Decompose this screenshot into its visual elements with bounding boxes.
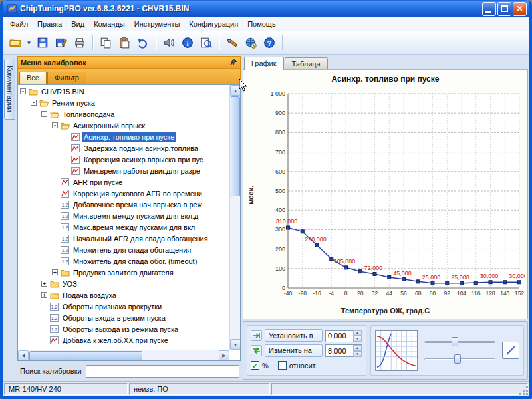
slider-lower[interactable] xyxy=(424,354,495,364)
tree-item[interactable]: Добавка к жел.об.XX при пуске xyxy=(18,334,229,346)
scroll-up-button[interactable]: ▲ xyxy=(230,85,241,96)
percent-checkbox[interactable]: ✓ xyxy=(251,361,259,370)
menu-item-help[interactable]: Помощь xyxy=(243,18,281,30)
collapse-expander[interactable]: - xyxy=(41,111,47,117)
pin-icon[interactable] xyxy=(229,57,237,68)
menu-item-tools[interactable]: Инструменты xyxy=(130,18,185,30)
collapse-expander[interactable]: - xyxy=(52,122,58,128)
tree-item[interactable]: -CHVR15.BIN xyxy=(18,86,229,97)
menu-item-commands[interactable]: Команды xyxy=(89,18,130,30)
tree-item[interactable]: +Продувка залитого двигателя xyxy=(18,267,229,278)
tab-all[interactable]: Все xyxy=(19,72,47,84)
minimize-button[interactable] xyxy=(482,2,496,16)
scroll-left-button[interactable]: ◀ xyxy=(18,350,29,361)
horizontal-scrollbar[interactable]: ◀ ▶ xyxy=(18,350,229,360)
tree-item[interactable]: AFR при пуске xyxy=(18,176,229,188)
tree-item[interactable]: -Режим пуска xyxy=(18,97,229,108)
tree-item[interactable]: 1.2Обороты выхода из режима пуска xyxy=(18,323,229,334)
folder-open-icon xyxy=(61,122,71,130)
relative-checkbox[interactable] xyxy=(278,361,287,370)
linear-mode-button[interactable] xyxy=(502,342,519,359)
save-button[interactable] xyxy=(34,34,51,51)
search-row: Поиск калибровки xyxy=(17,361,241,380)
tab-tablica[interactable]: Таблица xyxy=(285,57,328,70)
change-spin-down[interactable]: ▼ xyxy=(353,351,362,357)
titlebar[interactable]: ChipTuningPRO ver.6.8.3.6221 - CHVR15.BI… xyxy=(3,0,529,17)
tree-item[interactable]: +Подача воздуха xyxy=(18,289,229,301)
info-button[interactable]: i xyxy=(179,34,196,51)
tree-item[interactable]: 1.2Макс.время между пусками для вкл xyxy=(18,221,229,233)
save-as-button[interactable] xyxy=(53,34,70,51)
preview-button[interactable] xyxy=(198,34,215,51)
collapse-expander[interactable]: - xyxy=(20,88,26,94)
change-value-icon[interactable] xyxy=(251,345,262,356)
set-value-button[interactable]: Установить в xyxy=(265,329,323,342)
tree-item[interactable]: 1.2Множитель для спада обог. (timeout) xyxy=(18,255,229,267)
help-button[interactable]: ? xyxy=(261,34,278,51)
horizontal-scroll-thumb[interactable] xyxy=(29,351,142,360)
tree-item[interactable]: 1.2Начальный AFR для спада обогащения xyxy=(18,233,229,244)
vertical-scrollbar[interactable]: ▲ ▼ xyxy=(229,85,240,350)
slider-upper[interactable] xyxy=(424,336,495,347)
internet-button[interactable] xyxy=(242,34,259,51)
menu-item-file[interactable]: Файл xyxy=(5,18,33,30)
tree-item[interactable]: 1.2Множитель для спада обогащения xyxy=(18,244,229,255)
open-button[interactable] xyxy=(7,34,24,51)
paste-button[interactable] xyxy=(116,34,133,51)
svg-text:116: 116 xyxy=(471,290,480,297)
menu-item-configuration[interactable]: Конфигурация xyxy=(184,18,243,30)
status-device: MR-140/HV-240 xyxy=(4,383,128,395)
set-spin-up[interactable]: ▲ xyxy=(353,330,362,336)
folder-open-icon xyxy=(39,99,50,107)
slider-upper-thumb[interactable] xyxy=(452,337,458,346)
svg-text:80: 80 xyxy=(429,290,436,297)
scroll-right-button[interactable]: ▶ xyxy=(219,350,229,361)
line-chart: -40-28-16-482032445668809210411612814015… xyxy=(257,88,525,303)
close-button[interactable]: ✕ xyxy=(513,2,527,16)
undo-button[interactable] xyxy=(134,34,152,51)
change-spin-up[interactable]: ▲ xyxy=(353,345,362,351)
tree-item[interactable]: -Асинхронный впрыск xyxy=(18,120,229,131)
change-value-button[interactable]: Изменить на xyxy=(265,344,323,357)
expand-expander[interactable]: + xyxy=(41,292,47,298)
slider-lower-thumb[interactable] xyxy=(454,354,461,364)
expand-expander[interactable]: + xyxy=(52,269,58,275)
tab-grafik[interactable]: График xyxy=(244,57,284,70)
num-icon: 1.2 xyxy=(50,325,61,333)
tree-item[interactable]: -Топливоподача xyxy=(18,108,229,120)
tree-item[interactable]: Мин.время работы двиг.для разре xyxy=(18,165,229,176)
svg-text:1.2: 1.2 xyxy=(62,213,68,218)
collapse-expander[interactable]: - xyxy=(31,100,37,106)
calibration-search-input[interactable] xyxy=(86,365,239,378)
tree-item[interactable]: 1.2Обороты признака прокрутки xyxy=(18,301,229,312)
tools-button[interactable] xyxy=(223,34,241,51)
expand-expander[interactable]: + xyxy=(41,281,47,287)
folder-open-icon xyxy=(50,110,61,118)
copy-button[interactable] xyxy=(97,34,114,51)
calibration-panel-header: Меню калибровок xyxy=(17,56,241,69)
tab-filter[interactable]: Фильтр xyxy=(47,72,86,84)
print-button[interactable] xyxy=(71,34,88,51)
menu-item-view[interactable]: Вид xyxy=(66,18,89,30)
vertical-scroll-thumb[interactable] xyxy=(231,96,240,196)
open-dropdown-arrow[interactable]: ▼ xyxy=(25,34,33,51)
svg-text:0: 0 xyxy=(281,285,285,291)
tree-item[interactable]: 1.2Мин.время между пусками для вкл.д xyxy=(18,210,229,221)
curve-icon xyxy=(61,190,71,198)
tree-item[interactable]: Асинхр. топливо при пуске xyxy=(18,131,229,142)
scroll-down-button[interactable]: ▼ xyxy=(230,339,241,350)
tree-item[interactable]: Коррекция асинхр.впрыска при пус xyxy=(18,154,229,165)
sound-button[interactable] xyxy=(160,34,178,51)
tree-item[interactable]: Коррекция пускового AFR по времени xyxy=(18,188,229,199)
resize-grip[interactable] xyxy=(519,386,529,396)
menu-item-edit[interactable]: Правка xyxy=(33,18,66,30)
tree-item[interactable]: 1.2Обороты входа в режим пуска xyxy=(18,312,229,323)
tree-item[interactable]: Задержка подачи асинхр.топлива xyxy=(18,142,229,154)
tree-item[interactable]: +УОЗ xyxy=(18,278,229,289)
set-spin-down[interactable]: ▼ xyxy=(353,336,362,342)
tree-item[interactable]: 1.2Добавочное время нач.впрыска в реж xyxy=(18,199,229,210)
comments-tab[interactable]: Комментарии xyxy=(4,59,15,120)
set-value-icon[interactable] xyxy=(251,330,262,341)
maximize-button[interactable] xyxy=(497,2,511,16)
svg-text:128: 128 xyxy=(485,290,495,297)
